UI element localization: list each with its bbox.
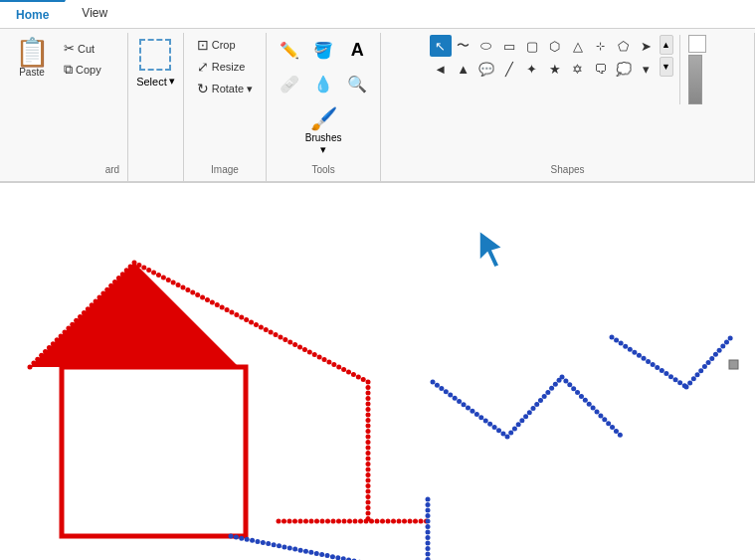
shape-speech2-btn[interactable]: 💭	[613, 58, 635, 80]
copy-icon: ⧉	[64, 62, 73, 78]
paste-button[interactable]: 📋 Paste	[8, 35, 56, 82]
tools-group: ✏️ 🪣 A 🩹 💧 🔍 🖌️ Brushes ▾ Tools	[267, 33, 381, 181]
shapes-scroll: ▲ ▼	[660, 35, 673, 77]
shapes-group: ↖ 〜 ⬭ ▭ ▢ ⬡ △ ⊹ ⬠ ➤ ◄ ▲ 💬 ╱ ✦	[381, 33, 755, 181]
select-dashed-icon	[139, 39, 171, 71]
brushes-dropdown-icon: ▾	[320, 143, 326, 156]
image-group-label: Image	[211, 160, 239, 179]
shapes-scroll-up[interactable]: ▲	[660, 35, 673, 55]
magnifier-button[interactable]: 🔍	[342, 69, 372, 98]
brushes-label: Brushes	[305, 132, 342, 143]
select-dropdown-icon: ▾	[169, 75, 175, 88]
shape-select2-btn[interactable]: ⊹	[590, 35, 612, 57]
clipboard-group-label: ard	[105, 160, 119, 179]
tab-home[interactable]: Home	[0, 0, 66, 28]
select-label: Select	[136, 76, 167, 88]
resize-label: Resize	[212, 61, 246, 73]
shape-more-btn[interactable]: ▾	[636, 58, 658, 80]
shapes-scroll-down[interactable]: ▼	[660, 57, 673, 77]
shape-arrow-left-btn[interactable]: ◄	[430, 58, 452, 80]
shape-star5-btn[interactable]: ★	[544, 58, 566, 80]
shape-line-btn[interactable]: ╱	[498, 58, 520, 80]
shape-poly-btn[interactable]: ⬡	[544, 35, 566, 57]
rotate-icon: ↻	[197, 81, 209, 96]
fill-button[interactable]: 🪣	[308, 35, 338, 65]
eraser-button[interactable]: 🩹	[275, 69, 304, 98]
drawing-canvas[interactable]	[0, 183, 755, 560]
ribbon-content: 📋 Paste ✂ Cut ⧉ Copy ard	[0, 29, 755, 181]
shape-arrow-right-btn[interactable]: ➤	[636, 35, 658, 57]
select-button[interactable]: Select ▾	[136, 75, 175, 88]
text-button[interactable]: A	[342, 35, 372, 65]
shape-star6-btn[interactable]: ✡	[567, 58, 589, 80]
tools-group-label: Tools	[311, 160, 334, 179]
brushes-icon: 🖌️	[310, 106, 337, 132]
shape-callout-btn[interactable]: 💬	[475, 58, 497, 80]
select-group: Select ▾	[128, 33, 184, 181]
pencil-button[interactable]: ✏️	[275, 35, 304, 65]
cut-button[interactable]: ✂ Cut	[60, 39, 105, 58]
color-palette-area	[679, 35, 706, 104]
color-picker-button[interactable]: 💧	[308, 69, 338, 98]
shape-arrow-up-btn[interactable]: ▲	[453, 58, 474, 80]
crop-icon: ⊡	[197, 37, 209, 53]
brushes-button[interactable]: 🖌️ Brushes ▾	[297, 102, 350, 160]
rotate-button[interactable]: ↻ Rotate ▾	[192, 79, 258, 98]
resize-button[interactable]: ⤢ Resize	[192, 57, 251, 77]
shape-triangle-btn[interactable]: △	[567, 35, 589, 57]
paste-icon: 📋	[15, 39, 50, 67]
cut-icon: ✂	[64, 41, 75, 56]
shape-oval-btn[interactable]: ⬭	[475, 35, 497, 57]
copy-label: Copy	[76, 64, 101, 76]
shapes-grid: ↖ 〜 ⬭ ▭ ▢ ⬡ △ ⊹ ⬠ ➤ ◄ ▲ 💬 ╱ ✦	[430, 35, 658, 80]
clipboard-group: 📋 Paste ✂ Cut ⧉ Copy ard	[0, 33, 128, 181]
shapes-group-label: Shapes	[551, 160, 585, 179]
copy-button[interactable]: ⧉ Copy	[60, 60, 105, 80]
tab-view[interactable]: View	[66, 0, 124, 28]
shape-select-btn[interactable]: ↖	[430, 35, 452, 57]
shape-curve-btn[interactable]: 〜	[453, 35, 474, 57]
shape-speech-btn[interactable]: 🗨	[590, 58, 612, 80]
shape-rect-btn[interactable]: ▭	[498, 35, 520, 57]
crop-label: Crop	[212, 39, 236, 51]
shape-rounded-rect-btn[interactable]: ▢	[521, 35, 543, 57]
crop-button[interactable]: ⊡ Crop	[192, 35, 241, 55]
shape-pentagon-btn[interactable]: ⬠	[613, 35, 635, 57]
resize-icon: ⤢	[197, 59, 209, 75]
canvas-area[interactable]	[0, 183, 755, 560]
ribbon-tabs: Home View	[0, 0, 755, 29]
color-swatch-white[interactable]	[688, 35, 706, 53]
color-scroll[interactable]	[688, 55, 702, 104]
image-group: ⊡ Crop ⤢ Resize ↻ Rotate ▾ Image	[184, 33, 267, 181]
rotate-dropdown-icon: ▾	[247, 83, 253, 95]
shape-star4-btn[interactable]: ✦	[521, 58, 543, 80]
cut-label: Cut	[78, 43, 94, 55]
paste-label: Paste	[19, 67, 45, 78]
rotate-label: Rotate	[212, 83, 244, 94]
